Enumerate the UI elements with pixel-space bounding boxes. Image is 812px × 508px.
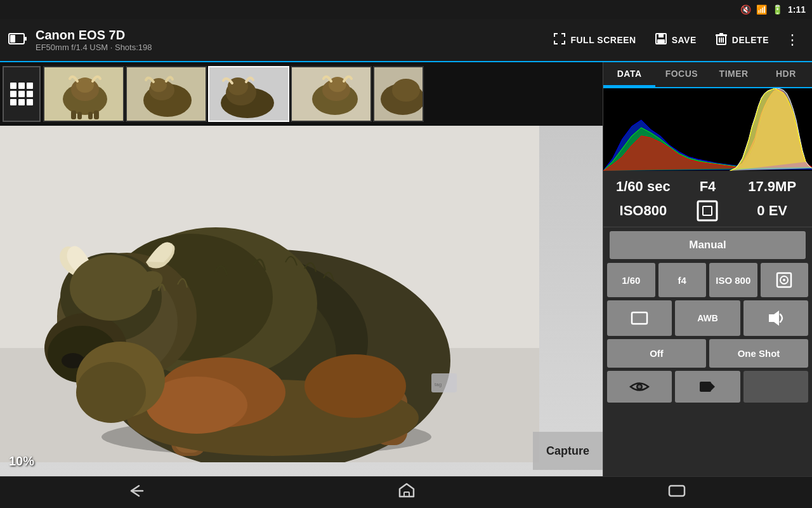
home-icon xyxy=(398,483,415,499)
save-label: SAVE xyxy=(672,35,697,45)
filmstrip xyxy=(0,62,603,126)
awb-button[interactable]: AWB xyxy=(675,300,740,336)
recents-button[interactable] xyxy=(649,479,705,507)
delete-button[interactable]: DELETE xyxy=(708,28,775,53)
capture-button[interactable]: Capture xyxy=(533,432,603,470)
back-icon xyxy=(126,483,145,498)
camera-info: Canon EOS 7D EF50mm f/1.4 USM · Shots:19… xyxy=(36,28,546,52)
back-button[interactable] xyxy=(107,478,164,507)
svg-rect-19 xyxy=(88,112,93,119)
home-button[interactable] xyxy=(379,478,434,508)
meter-icon xyxy=(776,272,792,288)
thumbnail-3[interactable] xyxy=(208,66,289,122)
delete-icon xyxy=(714,32,728,49)
awb-label: AWB xyxy=(697,313,718,323)
tab-hdr[interactable]: HDR xyxy=(760,62,812,87)
histogram-chart xyxy=(603,88,812,171)
iso-value: ISO800 xyxy=(611,200,676,222)
iso-button[interactable]: ISO 800 xyxy=(709,263,757,297)
aperture-button[interactable]: f4 xyxy=(658,263,707,297)
camera-battery-icon xyxy=(8,29,28,51)
svg-point-63 xyxy=(76,362,146,423)
thumbnail-2[interactable] xyxy=(126,66,207,122)
top-actions: FULL SCREEN SAVE xyxy=(546,28,804,53)
histogram-area xyxy=(603,88,812,171)
record-button[interactable] xyxy=(675,371,740,403)
tab-bar: DATA FOCUS TIMER HDR xyxy=(603,62,812,88)
main-area: tag 10% C xyxy=(0,62,812,476)
camera-name: Canon EOS 7D xyxy=(36,28,546,43)
meter-button[interactable] xyxy=(761,263,809,297)
live-view-button[interactable] xyxy=(607,371,672,403)
camera-details: EF50mm f/1.4 USM · Shots:198 xyxy=(36,43,546,52)
audio-icon xyxy=(766,309,785,327)
left-panel: tag 10% C xyxy=(0,62,603,476)
svg-rect-4 xyxy=(658,34,664,37)
frame-icon xyxy=(631,311,648,325)
thumbnail-5[interactable] xyxy=(373,66,424,122)
thumbnail-4[interactable] xyxy=(291,66,372,122)
controls-row-4 xyxy=(603,371,812,403)
fullscreen-button[interactable]: FULL SCREEN xyxy=(546,28,642,53)
save-icon xyxy=(654,32,668,49)
svg-point-34 xyxy=(392,79,420,102)
viewer-background: tag xyxy=(0,126,603,476)
svg-point-76 xyxy=(638,385,641,389)
metering-icon xyxy=(676,200,740,222)
capture-label: Capture xyxy=(546,444,589,458)
tab-timer[interactable]: TIMER xyxy=(708,62,760,87)
svg-text:tag: tag xyxy=(435,382,442,387)
aperture-value: F4 xyxy=(676,176,740,197)
svg-rect-1 xyxy=(10,35,15,43)
svg-rect-68 xyxy=(698,201,717,220)
controls-row-1: 1/60 f4 ISO 800 xyxy=(603,263,812,297)
megapixels-value: 17.9MP xyxy=(740,176,804,197)
svg-rect-5 xyxy=(657,39,665,43)
svg-point-15 xyxy=(76,77,94,93)
viewer: tag 10% C xyxy=(0,126,603,476)
right-panel: DATA FOCUS TIMER HDR 1/60 sec xyxy=(603,62,812,476)
frame-button[interactable] xyxy=(607,300,672,336)
time-display: 1:11 xyxy=(788,4,806,15)
zoom-label: 10% xyxy=(9,454,34,469)
svg-rect-8 xyxy=(719,33,723,35)
nav-bar xyxy=(0,476,812,508)
svg-rect-18 xyxy=(77,112,82,119)
off-button[interactable]: Off xyxy=(607,339,706,368)
svg-rect-73 xyxy=(632,312,647,324)
bison-image: tag xyxy=(0,126,539,462)
save-button[interactable]: SAVE xyxy=(648,28,703,53)
svg-rect-2 xyxy=(25,37,27,41)
extra-button[interactable] xyxy=(743,371,808,403)
grid-view-button[interactable] xyxy=(3,66,41,122)
recents-icon xyxy=(668,484,686,498)
controls-row-3: Off One Shot xyxy=(603,339,812,368)
svg-point-61 xyxy=(304,354,406,418)
record-icon xyxy=(698,380,716,394)
tab-data[interactable]: DATA xyxy=(603,62,655,87)
status-bar: 🔇 📶 🔋 1:11 xyxy=(0,0,812,19)
manual-button[interactable]: Manual xyxy=(610,231,806,259)
thumbnail-1[interactable] xyxy=(43,66,124,122)
shutter-button[interactable]: 1/60 xyxy=(607,263,655,297)
wifi-icon: 📶 xyxy=(756,4,767,15)
svg-marker-78 xyxy=(711,383,715,391)
svg-marker-74 xyxy=(769,311,779,326)
mute-icon: 🔇 xyxy=(740,4,751,15)
one-shot-button[interactable]: One Shot xyxy=(709,339,808,368)
grid-icon xyxy=(10,83,33,105)
svg-rect-69 xyxy=(703,206,712,215)
ev-value: 0 EV xyxy=(740,200,804,222)
controls-row-2: AWB xyxy=(603,300,812,336)
camera-data: 1/60 sec F4 17.9MP ISO800 0 EV xyxy=(603,171,812,227)
svg-point-72 xyxy=(783,279,785,281)
tab-focus[interactable]: FOCUS xyxy=(655,62,707,87)
eye-icon xyxy=(629,380,650,394)
metering-symbol xyxy=(697,200,718,222)
audio-button[interactable] xyxy=(743,300,808,336)
more-button[interactable]: ⋮ xyxy=(780,32,804,48)
shutter-speed-value: 1/60 sec xyxy=(611,176,676,197)
top-bar: Canon EOS 7D EF50mm f/1.4 USM · Shots:19… xyxy=(0,19,812,62)
fullscreen-icon xyxy=(553,32,566,49)
svg-rect-17 xyxy=(94,110,99,119)
